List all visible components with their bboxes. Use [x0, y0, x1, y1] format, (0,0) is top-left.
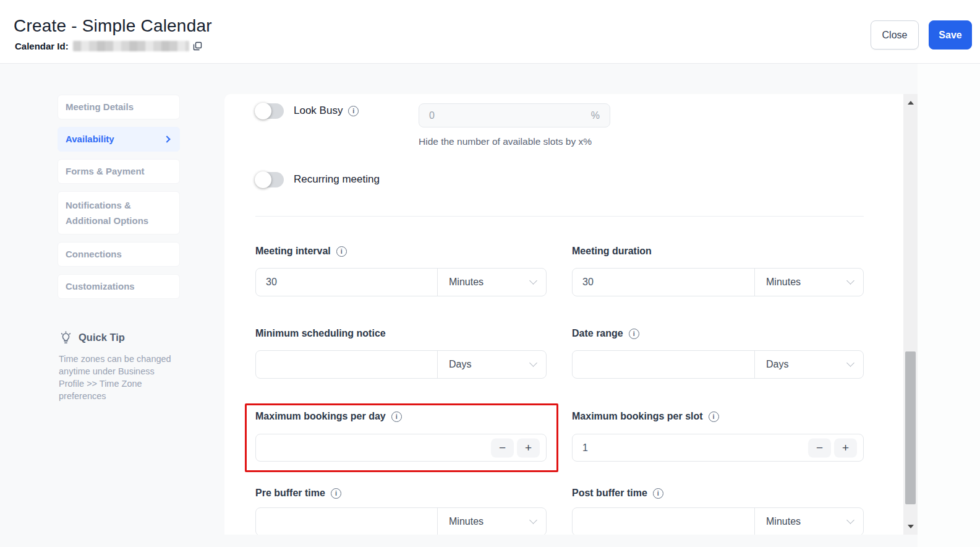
selected-unit: Minutes [449, 516, 484, 527]
scroll-up-arrow[interactable] [903, 97, 918, 108]
max-bookings-per-slot-input[interactable] [573, 434, 801, 461]
min-scheduling-notice-field: Days [255, 350, 547, 379]
info-icon[interactable]: i [709, 411, 719, 422]
date-range-field: Days [572, 350, 864, 379]
max-bookings-per-day-label: Maximum bookings per day [255, 411, 386, 422]
meeting-duration-label: Meeting duration [572, 246, 652, 257]
date-range-input[interactable] [573, 351, 755, 378]
min-scheduling-notice-unit-select[interactable]: Days [437, 351, 546, 378]
max-bookings-per-slot-label: Maximum bookings per slot [572, 411, 703, 422]
max-bookings-per-day-field: − + [255, 434, 547, 462]
selected-unit: Minutes [766, 516, 801, 527]
look-busy-percent-field: % [419, 103, 610, 127]
pre-buffer-time-label: Pre buffer time [255, 488, 325, 499]
meeting-duration-unit-select[interactable]: Minutes [754, 269, 863, 296]
increment-button[interactable]: + [834, 438, 857, 457]
meeting-duration-input[interactable] [573, 269, 755, 296]
info-icon[interactable]: i [331, 488, 341, 499]
max-bookings-per-slot-field: − + [572, 434, 864, 462]
min-scheduling-notice-label: Minimum scheduling notice [255, 328, 386, 339]
chevron-right-icon [163, 136, 170, 142]
decrement-button[interactable]: − [808, 438, 831, 457]
post-buffer-time-field: Minutes [572, 507, 864, 535]
look-busy-percent-input[interactable] [419, 110, 591, 121]
chevron-down-icon [529, 516, 537, 524]
recurring-meeting-label: Recurring meeting [294, 173, 380, 186]
sidebar-item-customizations[interactable]: Customizations [58, 274, 180, 299]
sidebar-item-availability[interactable]: Availability [58, 127, 180, 152]
availability-panel: Look Busy i % Hide the number of availab… [224, 94, 903, 535]
calendar-id-label: Calendar Id: [15, 41, 69, 51]
percent-suffix: % [591, 110, 610, 121]
scrollbar-thumb[interactable] [905, 351, 916, 504]
sidebar-item-notifications[interactable]: Notifications & Additional Options [58, 191, 180, 235]
look-busy-label: Look Busy [294, 105, 343, 117]
post-buffer-time-input[interactable] [573, 508, 755, 535]
page-header: Create - Simple Calendar Calendar Id: Cl… [0, 0, 980, 64]
look-busy-toggle[interactable] [255, 103, 284, 119]
meeting-interval-label: Meeting interval [255, 246, 331, 257]
chevron-down-icon [846, 516, 854, 524]
scroll-down-arrow[interactable] [903, 521, 918, 532]
quick-tip-text: Time zones can be changed anytime under … [59, 353, 180, 402]
calendar-id-row: Calendar Id: [15, 41, 202, 51]
sidebar-item-label: Availability [66, 133, 114, 145]
save-button[interactable]: Save [929, 20, 972, 50]
decrement-button[interactable]: − [491, 438, 514, 457]
sidebar-item-label: Connections [66, 248, 122, 261]
right-margin-strip [918, 64, 980, 547]
info-icon[interactable]: i [336, 246, 347, 257]
quick-tip-title: Quick Tip [79, 332, 125, 343]
info-icon[interactable]: i [391, 411, 402, 422]
chevron-down-icon [846, 359, 854, 367]
selected-unit: Minutes [766, 277, 801, 288]
settings-sidebar: Meeting Details Availability Forms & Pay… [58, 95, 180, 299]
calendar-id-redacted [73, 41, 189, 51]
page-title: Create - Simple Calendar [14, 16, 212, 36]
sidebar-item-label: Notifications & Additional Options [66, 197, 172, 228]
sidebar-item-label: Forms & Payment [66, 165, 145, 178]
sidebar-item-connections[interactable]: Connections [58, 242, 180, 267]
meeting-interval-input[interactable] [256, 269, 438, 296]
sidebar-item-forms-payment[interactable]: Forms & Payment [58, 159, 180, 184]
look-busy-helper-text: Hide the number of available slots by x% [419, 136, 592, 147]
chevron-down-icon [529, 277, 537, 285]
lightbulb-icon [59, 330, 73, 345]
selected-unit: Days [449, 359, 471, 370]
selected-unit: Minutes [449, 277, 484, 288]
info-icon[interactable]: i [629, 329, 639, 339]
pre-buffer-time-input[interactable] [256, 508, 438, 535]
sidebar-item-meeting-details[interactable]: Meeting Details [58, 95, 180, 119]
min-scheduling-notice-input[interactable] [256, 351, 438, 378]
chevron-down-icon [846, 277, 854, 285]
recurring-meeting-toggle[interactable] [255, 172, 284, 187]
date-range-label: Date range [572, 328, 623, 339]
header-actions: Close Save [871, 20, 972, 50]
selected-unit: Days [766, 359, 788, 370]
meeting-interval-unit-select[interactable]: Minutes [437, 269, 546, 296]
post-buffer-unit-select[interactable]: Minutes [754, 508, 863, 535]
sidebar-item-label: Meeting Details [66, 101, 134, 113]
quick-tip: Quick Tip Time zones can be changed anyt… [59, 330, 180, 402]
meeting-interval-field: Minutes [255, 268, 547, 296]
date-range-unit-select[interactable]: Days [754, 351, 863, 378]
meeting-duration-field: Minutes [572, 268, 864, 296]
increment-button[interactable]: + [517, 438, 540, 457]
info-icon[interactable]: i [348, 106, 359, 116]
close-button[interactable]: Close [871, 20, 919, 50]
section-divider [255, 216, 864, 217]
info-icon[interactable]: i [653, 488, 663, 499]
chevron-down-icon [529, 359, 537, 367]
pre-buffer-time-field: Minutes [255, 507, 547, 535]
post-buffer-time-label: Post buffer time [572, 488, 647, 499]
max-bookings-per-day-input[interactable] [256, 434, 485, 461]
pre-buffer-unit-select[interactable]: Minutes [437, 508, 546, 535]
copy-icon[interactable] [193, 41, 202, 51]
vertical-scrollbar[interactable] [903, 94, 918, 535]
sidebar-item-label: Customizations [66, 280, 135, 293]
